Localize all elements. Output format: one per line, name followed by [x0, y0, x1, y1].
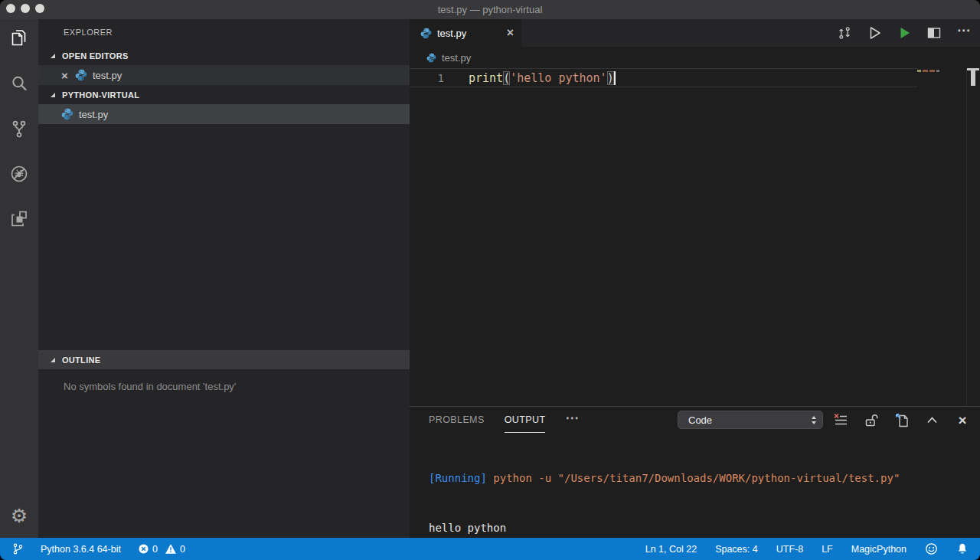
- code-text: print('hello python'): [469, 71, 616, 85]
- outline-empty-message: No symbols found in document 'test.py': [38, 369, 410, 392]
- run-code-button[interactable]: [866, 24, 883, 42]
- title-bar: test.py — python-virtual: [0, 0, 980, 19]
- maximize-panel-button[interactable]: [923, 411, 940, 429]
- workbench: ⚙ EXPLORER OPEN EDITORS × test.py PYTHON…: [0, 19, 980, 538]
- split-editor-button[interactable]: [926, 24, 942, 42]
- search-icon: [9, 74, 29, 93]
- notifications-button[interactable]: [956, 542, 969, 555]
- debug-view-button[interactable]: [0, 157, 38, 191]
- close-panel-button[interactable]: ×: [954, 411, 971, 429]
- outline-label: OUTLINE: [62, 355, 100, 365]
- encoding-button[interactable]: UTF-8: [776, 544, 803, 555]
- file-tree-item-selected[interactable]: test.py: [38, 104, 410, 124]
- search-view-button[interactable]: [0, 67, 38, 100]
- python-file-icon: [426, 53, 436, 63]
- open-log-icon: [893, 412, 910, 428]
- error-count: 0: [152, 544, 158, 555]
- window-title: test.py — python-virtual: [0, 0, 980, 19]
- traffic-lights: [6, 4, 44, 13]
- breadcrumb[interactable]: test.py: [410, 47, 980, 68]
- token-function: print: [469, 71, 503, 85]
- open-editor-item[interactable]: × test.py: [38, 65, 410, 85]
- debug-disabled-icon: [9, 164, 29, 184]
- python-version-label: Python 3.6.4 64-bit: [41, 544, 121, 555]
- unlock-icon: [863, 412, 879, 428]
- outline-header[interactable]: OUTLINE: [38, 350, 410, 369]
- status-bar: Python 3.6.4 64-bit 0 0 Ln 1, Col 22 Spa…: [0, 538, 980, 560]
- scrollbar-thumb[interactable]: [971, 68, 975, 86]
- vscode-window: test.py — python-virtual: [0, 0, 980, 560]
- zoom-window-button[interactable]: [35, 4, 44, 13]
- warning-icon: [165, 543, 177, 555]
- eol-button[interactable]: LF: [822, 544, 833, 555]
- panel-actions: ×: [831, 407, 971, 433]
- close-editor-icon[interactable]: ×: [61, 69, 75, 82]
- split-editor-icon: [926, 25, 942, 41]
- bottom-panel: PROBLEMS OUTPUT ⋯ Code: [410, 406, 980, 538]
- tab-problems[interactable]: PROBLEMS: [429, 408, 485, 433]
- cursor-position-button[interactable]: Ln 1, Col 22: [645, 544, 697, 555]
- minimize-window-button[interactable]: [21, 4, 30, 13]
- explorer-view-button[interactable]: [0, 21, 38, 55]
- panel-header: PROBLEMS OUTPUT ⋯ Code: [410, 407, 980, 433]
- output-line: hello python: [429, 520, 980, 537]
- token-open-paren: (: [503, 71, 510, 85]
- ellipsis-icon: ⋯: [957, 31, 971, 36]
- extensions-icon: [9, 209, 29, 229]
- close-window-button[interactable]: [6, 4, 15, 13]
- activity-bar: ⚙: [0, 19, 38, 538]
- code-line-current: 1 print('hello python'): [410, 68, 917, 87]
- open-editors-label: OPEN EDITORS: [62, 51, 129, 61]
- tab-label: test.py: [437, 28, 466, 39]
- folder-section-header[interactable]: PYTHON-VIRTUAL: [38, 85, 410, 104]
- language-mode-button[interactable]: MagicPython: [851, 544, 906, 555]
- source-control-status[interactable]: [11, 542, 24, 555]
- problems-status-button[interactable]: 0 0: [138, 543, 185, 555]
- feedback-button[interactable]: [925, 542, 938, 555]
- twistie-icon: [48, 90, 57, 99]
- output-line: [Running] python -u "/Users/titan7/Downl…: [429, 470, 980, 487]
- tab-test-py[interactable]: test.py ×: [410, 19, 521, 47]
- chevron-up-icon: [925, 413, 939, 427]
- gear-icon: ⚙: [11, 505, 28, 527]
- code-editor[interactable]: 1 print('hello python'): [410, 68, 980, 406]
- extensions-view-button[interactable]: [0, 202, 38, 236]
- indentation-button[interactable]: Spaces: 4: [715, 544, 758, 555]
- bell-icon: [956, 542, 969, 555]
- python-interpreter-button[interactable]: Python 3.6.4 64-bit: [41, 544, 121, 555]
- outline-section: OUTLINE No symbols found in document 'te…: [38, 350, 410, 392]
- open-log-file-button[interactable]: [893, 411, 910, 429]
- git-branch-icon: [11, 542, 24, 555]
- output-channel-select[interactable]: Code: [678, 411, 823, 429]
- python-file-icon: [61, 108, 74, 120]
- output-channel-value: Code: [688, 414, 812, 426]
- clear-output-button[interactable]: [831, 411, 848, 429]
- explorer-sidebar: EXPLORER OPEN EDITORS × test.py PYTHON-V…: [38, 19, 410, 538]
- play-outline-icon: [866, 25, 883, 41]
- run-python-file-button[interactable]: [896, 24, 913, 42]
- token-close-paren: ): [607, 71, 614, 85]
- open-editors-header[interactable]: OPEN EDITORS: [38, 46, 410, 65]
- smiley-icon: [925, 542, 938, 555]
- python-file-icon: [420, 28, 432, 39]
- warning-count: 0: [180, 544, 185, 555]
- select-arrows-icon: [812, 416, 816, 424]
- editor-scrollbar[interactable]: [966, 68, 980, 406]
- source-control-view-button[interactable]: [0, 112, 38, 146]
- close-icon: ×: [958, 413, 966, 427]
- tab-bar: test.py ×: [410, 19, 980, 47]
- minimap[interactable]: [917, 70, 939, 72]
- editor-actions: ⋯: [836, 19, 972, 47]
- editor-group: test.py ×: [410, 19, 980, 538]
- more-actions-button[interactable]: ⋯: [956, 24, 972, 42]
- sync-button[interactable]: [836, 24, 853, 42]
- manage-button[interactable]: ⚙: [0, 505, 38, 527]
- tab-output[interactable]: OUTPUT: [505, 408, 546, 433]
- panel-more-button[interactable]: ⋯: [565, 410, 579, 431]
- open-editor-filename: test.py: [93, 70, 122, 81]
- toggle-autoscroll-button[interactable]: [862, 411, 879, 429]
- tab-close-button[interactable]: ×: [507, 27, 514, 39]
- play-icon: [896, 25, 913, 41]
- breadcrumb-item[interactable]: test.py: [442, 52, 471, 64]
- sync-icon: [836, 25, 853, 41]
